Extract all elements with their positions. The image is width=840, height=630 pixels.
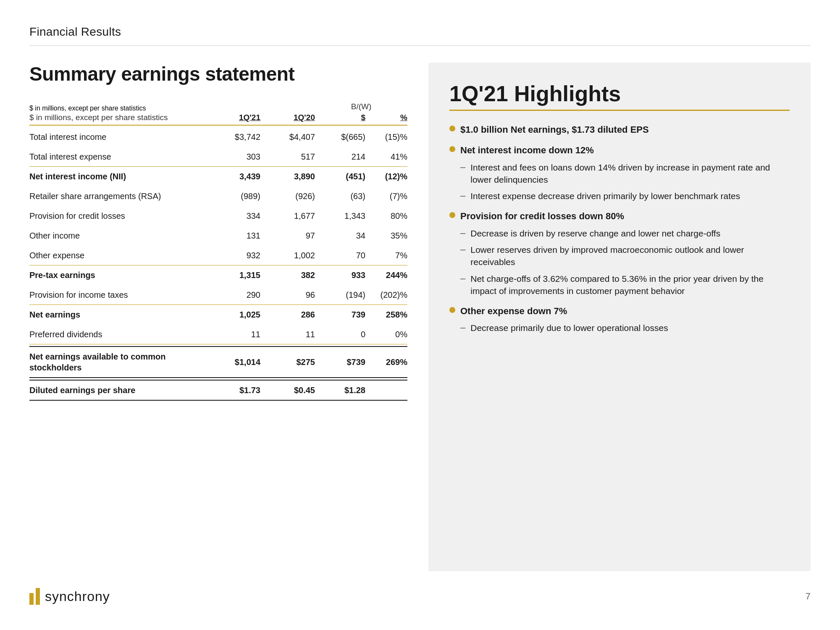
row-q121: 290 [206, 290, 260, 300]
sub-bullet-text: Net charge-offs of 3.62% compared to 5.3… [470, 273, 790, 297]
highlights-section: 1Q'21 Highlights $1.0 billion Net earnin… [428, 63, 811, 571]
table-row: Net earnings 1,025 286 739 258% [29, 305, 407, 325]
sub-dash: – [460, 228, 465, 239]
bw-group: B/(W) [206, 102, 407, 112]
bullet-dot [449, 146, 455, 152]
row-label: Retailer share arrangements (RSA) [29, 191, 206, 202]
row-label: Preferred dividends [29, 329, 206, 340]
row-pct: (202)% [365, 290, 407, 300]
row-q120: 11 [260, 330, 315, 339]
col-q121-header: 1Q'21 [206, 113, 260, 122]
row-q120: 286 [260, 310, 315, 320]
row-pct: (15)% [365, 132, 407, 142]
row-pct: (7)% [365, 192, 407, 201]
bullet-dot [449, 307, 455, 313]
row-q120: (926) [260, 192, 315, 201]
highlights-title: 1Q'21 Highlights [449, 81, 790, 106]
table-row: Preferred dividends 11 11 0 0% [29, 325, 407, 344]
logo-bar-2 [36, 588, 40, 605]
sub-bullet: – Lower reserves driven by improved macr… [460, 244, 790, 268]
highlights-content: $1.0 billion Net earnings, $1.73 diluted… [449, 123, 790, 334]
table-subtitle: $ in millions, except per share statisti… [29, 105, 206, 112]
title-divider [29, 45, 811, 46]
sub-bullet: – Decrease primarily due to lower operat… [460, 322, 790, 334]
row-dollar: (63) [315, 192, 365, 201]
highlight-item: $1.0 billion Net earnings, $1.73 diluted… [449, 123, 790, 136]
table-rows: Total interest income $3,742 $4,407 $(66… [29, 127, 407, 401]
row-pct: 258% [365, 310, 407, 320]
logo-bar-1 [29, 593, 34, 605]
row-q121: 131 [206, 231, 260, 241]
row-q121: 334 [206, 211, 260, 221]
bw-header: B/(W) [315, 102, 407, 111]
sub-bullet: – Decrease is driven by reserve change a… [460, 227, 790, 239]
row-dollar: 34 [315, 231, 365, 241]
bullet-main: Other expense down 7% [449, 305, 790, 318]
sub-dash: – [460, 244, 465, 255]
row-label: Provision for credit losses [29, 210, 206, 221]
table-row: Total interest income $3,742 $4,407 $(66… [29, 127, 407, 147]
row-q121: 932 [206, 251, 260, 260]
col-desc-header: $ in millions, except per share statisti… [29, 113, 206, 122]
row-pct: (12)% [365, 172, 407, 181]
row-q120: 517 [260, 152, 315, 162]
col-q120-header: 1Q'20 [260, 113, 315, 122]
sub-bullet-text: Decrease primarily due to lower operatio… [470, 322, 668, 334]
row-dollar: 0 [315, 330, 365, 339]
row-q121: $1.73 [206, 386, 260, 395]
logo-text: synchrony [45, 589, 110, 604]
row-dollar: 214 [315, 152, 365, 162]
row-q121: 1,025 [206, 310, 260, 320]
row-q121: 3,439 [206, 172, 260, 181]
sub-dash: – [460, 273, 465, 284]
row-label: Pre-tax earnings [29, 270, 206, 281]
highlights-divider [449, 110, 790, 111]
table-row: Provision for credit losses 334 1,677 1,… [29, 206, 407, 226]
row-dollar: 70 [315, 251, 365, 260]
row-label: Net interest income (NII) [29, 171, 206, 182]
bullet-main: Net interest income down 12% [449, 144, 790, 157]
table-row: Retailer share arrangements (RSA) (989) … [29, 186, 407, 206]
table-row: Net interest income (NII) 3,439 3,890 (4… [29, 167, 407, 186]
bullet-text-main: Net interest income down 12% [460, 144, 594, 157]
row-label: Other income [29, 230, 206, 241]
row-dollar: (451) [315, 172, 365, 181]
row-dollar: (194) [315, 290, 365, 300]
bullet-text-main: Provision for credit losses down 80% [460, 210, 624, 223]
row-q121: $3,742 [206, 132, 260, 142]
page-number: 7 [806, 591, 811, 602]
sub-bullet-text: Decrease is driven by reserve change and… [470, 227, 720, 239]
row-label: Other expense [29, 250, 206, 261]
row-dollar: 739 [315, 310, 365, 320]
row-q120: $4,407 [260, 132, 315, 142]
highlight-item: Provision for credit losses down 80% – D… [449, 210, 790, 297]
row-label: Provision for income taxes [29, 289, 206, 300]
table-row: Diluted earnings per share $1.73 $0.45 $… [29, 380, 407, 401]
row-label: Net earnings available to common stockho… [29, 351, 206, 373]
bullet-text-main: $1.0 billion Net earnings, $1.73 diluted… [460, 123, 649, 136]
page-container: Financial Results Summary earnings state… [0, 0, 840, 630]
sub-bullets: – Decrease is driven by reserve change a… [460, 227, 790, 297]
logo-bars [29, 588, 40, 605]
row-dollar: 933 [315, 270, 365, 280]
bullet-main: $1.0 billion Net earnings, $1.73 diluted… [449, 123, 790, 136]
highlight-item: Net interest income down 12% – Interest … [449, 144, 790, 202]
row-q121: 303 [206, 152, 260, 162]
page-title: Financial Results [29, 25, 811, 39]
row-label: Net earnings [29, 309, 206, 320]
row-pct: 80% [365, 211, 407, 221]
row-pct: 269% [365, 357, 407, 367]
row-dollar: $1.28 [315, 386, 365, 395]
footer: synchrony 7 [29, 584, 811, 605]
earnings-table: $ in millions, except per share statisti… [29, 102, 407, 401]
table-row: Total interest expense 303 517 214 41% [29, 147, 407, 167]
row-q121: 1,315 [206, 270, 260, 280]
logo-container: synchrony [29, 588, 110, 605]
sub-bullets: – Decrease primarily due to lower operat… [460, 322, 790, 334]
highlight-item: Other expense down 7% – Decrease primari… [449, 305, 790, 334]
row-pct: 0% [365, 330, 407, 339]
sub-bullets: – Interest and fees on loans down 14% dr… [460, 161, 790, 202]
row-q121: 11 [206, 330, 260, 339]
bullet-text-main: Other expense down 7% [460, 305, 567, 318]
row-label: Total interest income [29, 131, 206, 142]
